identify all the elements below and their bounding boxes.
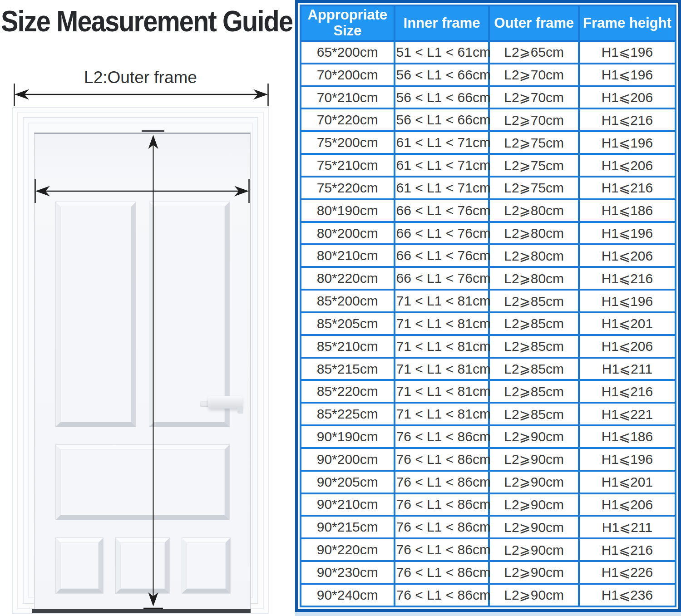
table-cell: H1⩽226: [579, 561, 676, 584]
table-cell: 76 < L1 < 86cm: [395, 584, 489, 606]
column-header-inner-frame: Inner frame: [395, 5, 489, 41]
column-header-frame-height: Frame height: [579, 5, 676, 41]
table-cell: 71 < L1 < 81cm: [395, 380, 489, 403]
table-row: 90*205cm76 < L1 < 86cmL2⩾90cmH1⩽201: [301, 471, 676, 493]
table-row: 90*230cm76 < L1 < 86cmL2⩾90cmH1⩽226: [301, 561, 676, 584]
table-bottom-strip: [295, 612, 681, 616]
table-row: 75*210cm61 < L1 < 71cmL2⩾75cmH1⩽206: [301, 154, 676, 177]
table-cell: 70*200cm: [301, 64, 395, 86]
table-cell: H1⩽196: [579, 448, 676, 471]
table-cell: 66 < L1 < 76cm: [395, 267, 489, 290]
table-cell: L2⩾85cm: [489, 358, 578, 380]
table-cell: L2⩾90cm: [489, 471, 578, 493]
table-cell: H1⩽206: [579, 244, 676, 267]
table-cell: 76 < L1 < 86cm: [395, 561, 489, 584]
table-row: 90*220cm76 < L1 < 86cmL2⩾90cmH1⩽216: [301, 538, 676, 561]
table-row: 90*215cm76 < L1 < 86cmL2⩾90cmH1⩽211: [301, 516, 676, 538]
table-cell: L2⩾80cm: [489, 244, 578, 267]
table-cell: L2⩾80cm: [489, 222, 578, 245]
table-row: 65*200cm51 < L1 < 61cmL2⩾65cmH1⩽196: [301, 41, 676, 64]
table-cell: H1⩽186: [579, 425, 676, 448]
table-cell: L2⩾90cm: [489, 448, 578, 471]
size-table-container: Appropriate Size Inner frame Outer frame…: [295, 0, 681, 612]
table-cell: L2⩾70cm: [489, 86, 578, 109]
table-cell: L2⩾65cm: [489, 41, 578, 64]
table-cell: 80*200cm: [301, 222, 395, 245]
table-cell: 76 < L1 < 86cm: [395, 493, 489, 516]
table-cell: L2⩾90cm: [489, 516, 578, 538]
table-cell: 65*200cm: [301, 41, 395, 64]
table-cell: 85*215cm: [301, 358, 395, 380]
table-row: 70*200cm56 < L1 < 66cmL2⩾70cmH1⩽196: [301, 64, 676, 86]
table-cell: L2⩾75cm: [489, 131, 578, 154]
table-cell: 80*210cm: [301, 244, 395, 267]
table-cell: 90*200cm: [301, 448, 395, 471]
table-cell: 71 < L1 < 81cm: [395, 335, 489, 358]
table-cell: 80*220cm: [301, 267, 395, 290]
table-cell: 71 < L1 < 81cm: [395, 290, 489, 312]
door-panel-bottom-right: [182, 538, 230, 593]
table-cell: 71 < L1 < 81cm: [395, 403, 489, 425]
table-cell: 85*205cm: [301, 312, 395, 335]
table-row: 85*220cm71 < L1 < 81cmL2⩾85cmH1⩽216: [301, 380, 676, 403]
table-cell: 70*220cm: [301, 108, 395, 131]
door-panel-top-left: [56, 202, 136, 427]
table-cell: 66 < L1 < 76cm: [395, 199, 489, 222]
table-cell: 75*200cm: [301, 131, 395, 154]
outer-frame-label: L2:Outer frame: [12, 68, 269, 87]
table-cell: L2⩾75cm: [489, 177, 578, 199]
table-cell: 90*230cm: [301, 561, 395, 584]
table-cell: L2⩾90cm: [489, 561, 578, 584]
table-cell: 76 < L1 < 86cm: [395, 471, 489, 493]
door-diagram-pane: Size Measurement Guide L2:Outer frame L1…: [0, 0, 297, 616]
table-row: 80*220cm66 < L1 < 76cmL2⩾80cmH1⩽216: [301, 267, 676, 290]
table-cell: H1⩽206: [579, 335, 676, 358]
door-handle-pin: [237, 406, 243, 414]
table-cell: H1⩽216: [579, 267, 676, 290]
table-cell: 85*200cm: [301, 290, 395, 312]
size-table-header: Appropriate Size Inner frame Outer frame…: [301, 5, 676, 41]
page-title: Size Measurement Guide: [1, 5, 287, 38]
table-cell: L2⩾90cm: [489, 493, 578, 516]
door-casing: [12, 107, 269, 614]
table-cell: L2⩾80cm: [489, 267, 578, 290]
table-cell: H1⩽206: [579, 86, 676, 109]
table-row: 90*190cm76 < L1 < 86cmL2⩾90cmH1⩽186: [301, 425, 676, 448]
door-panel-top-right: [149, 202, 229, 427]
table-cell: L2⩾85cm: [489, 335, 578, 358]
table-cell: L2⩾75cm: [489, 154, 578, 177]
table-cell: H1⩽196: [579, 222, 676, 245]
table-cell: 71 < L1 < 81cm: [395, 358, 489, 380]
table-cell: H1⩽201: [579, 471, 676, 493]
table-cell: 56 < L1 < 66cm: [395, 86, 489, 109]
table-cell: 90*215cm: [301, 516, 395, 538]
table-row: 75*220cm61 < L1 < 71cmL2⩾75cmH1⩽216: [301, 177, 676, 199]
table-cell: L2⩾90cm: [489, 425, 578, 448]
table-cell: 70*210cm: [301, 86, 395, 109]
table-cell: 85*220cm: [301, 380, 395, 403]
size-table-body: 65*200cm51 < L1 < 61cmL2⩾65cmH1⩽19670*20…: [301, 41, 676, 606]
table-cell: 76 < L1 < 86cm: [395, 538, 489, 561]
table-row: 85*205cm71 < L1 < 81cmL2⩾85cmH1⩽201: [301, 312, 676, 335]
size-table: Appropriate Size Inner frame Outer frame…: [300, 5, 676, 607]
table-cell: L2⩾85cm: [489, 380, 578, 403]
table-cell: 76 < L1 < 86cm: [395, 425, 489, 448]
table-cell: 75*210cm: [301, 154, 395, 177]
table-cell: 61 < L1 < 71cm: [395, 177, 489, 199]
table-row: 80*190cm66 < L1 < 76cmL2⩾80cmH1⩽186: [301, 199, 676, 222]
table-cell: 66 < L1 < 76cm: [395, 222, 489, 245]
table-cell: L2⩾85cm: [489, 403, 578, 425]
table-cell: L2⩾90cm: [489, 584, 578, 606]
table-cell: 51 < L1 < 61cm: [395, 41, 489, 64]
table-cell: L2⩾80cm: [489, 199, 578, 222]
table-row: 80*210cm66 < L1 < 76cmL2⩾80cmH1⩽206: [301, 244, 676, 267]
table-cell: H1⩽206: [579, 154, 676, 177]
table-row: 70*220cm56 < L1 < 66cmL2⩾70cmH1⩽216: [301, 108, 676, 131]
table-cell: L2⩾85cm: [489, 312, 578, 335]
table-cell: 61 < L1 < 71cm: [395, 131, 489, 154]
table-cell: 75*220cm: [301, 177, 395, 199]
table-cell: 61 < L1 < 71cm: [395, 154, 489, 177]
table-cell: H1⩽216: [579, 380, 676, 403]
table-cell: 80*190cm: [301, 199, 395, 222]
table-cell: 90*220cm: [301, 538, 395, 561]
